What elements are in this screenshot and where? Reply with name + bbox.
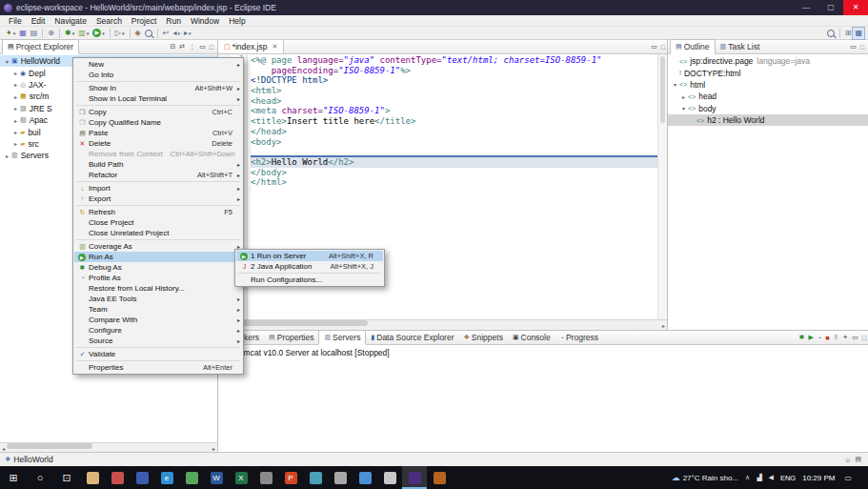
submenu-item-2-java-application[interactable]: J2 Java ApplicationAlt+Shift+X, J: [236, 261, 383, 272]
tab-console[interactable]: ▣Console: [508, 331, 555, 344]
tab-snippets[interactable]: ❖Snippets: [459, 331, 508, 344]
tree-item-body[interactable]: ▾<>body: [668, 103, 868, 114]
feedback-smiley-icon[interactable]: ☺: [844, 457, 851, 463]
tab-index-jsp[interactable]: ▢ *index.jsp ✕: [218, 40, 284, 53]
quick-access-search-button[interactable]: [825, 28, 837, 39]
code-line[interactable]: </html>: [251, 177, 657, 188]
action-center-icon[interactable]: ▭: [841, 474, 855, 482]
context-menu-item-coverage-as[interactable]: ▥Coverage As▸: [74, 241, 242, 252]
code-line[interactable]: <body>: [251, 137, 657, 148]
context-menu-item-copy-qualified-name[interactable]: ❐Copy Qualified Name: [74, 117, 242, 128]
menu-edit[interactable]: Edit: [27, 16, 50, 26]
expander-icon[interactable]: ▸: [11, 93, 20, 100]
weather-widget[interactable]: ☁ 27°C Rain sho...: [672, 473, 738, 482]
tree-item-html[interactable]: ▾<>html: [668, 79, 868, 91]
context-menu-item-source[interactable]: Source▸: [74, 336, 242, 346]
code-line[interactable]: <meta charset="ISO-8859-1">: [251, 106, 657, 116]
new-servlet-button[interactable]: ◈: [133, 28, 143, 39]
search-button[interactable]: ○: [27, 466, 53, 489]
notifications-icon[interactable]: ▤: [855, 456, 861, 463]
scroll-left-arrow-icon[interactable]: ◂: [2, 445, 5, 452]
network-icon[interactable]: ▟: [757, 474, 761, 481]
expander-icon[interactable]: ▾: [671, 81, 679, 88]
java-ee-perspective-button[interactable]: ▦: [853, 28, 864, 39]
open-perspective-button[interactable]: ⊞: [843, 28, 854, 39]
editor-hscrollbar[interactable]: ◂ ▸: [218, 319, 667, 330]
expander-icon[interactable]: ▸: [11, 117, 20, 124]
code-line[interactable]: </body>: [251, 168, 657, 178]
tab-servers[interactable]: ▥Servers: [318, 330, 366, 345]
context-menu-item-show-in-local-terminal[interactable]: Show in Local Terminal▸: [74, 93, 242, 104]
tab-task-list[interactable]: ▥Task List: [716, 40, 765, 53]
taskbar-app-edge[interactable]: e: [154, 466, 179, 489]
taskbar-app-eclipse[interactable]: [402, 466, 427, 489]
context-menu-item-go-into[interactable]: Go Into: [74, 70, 242, 80]
build-all-button[interactable]: ⊕: [46, 28, 56, 39]
minimize-editor-icon[interactable]: ▭: [651, 43, 657, 51]
context-menu-item-paste[interactable]: ▤PasteCtrl+V: [74, 128, 242, 138]
expander-icon[interactable]: ▸: [11, 129, 20, 135]
context-menu-item-properties[interactable]: PropertiesAlt+Enter: [74, 362, 242, 373]
minimize-view-icon[interactable]: ▭: [852, 334, 858, 341]
scroll-right-arrow-icon[interactable]: ▸: [212, 445, 215, 452]
expander-icon[interactable]: ▸: [11, 70, 20, 76]
tree-item-h2-hello-world[interactable]: <>h2 : Hello World: [668, 114, 868, 126]
clock[interactable]: 10:29 PM: [802, 474, 835, 482]
code-line[interactable]: <title>Insert title here</title>: [251, 116, 657, 127]
save-button[interactable]: ▦: [17, 28, 29, 39]
menu-window[interactable]: Window: [186, 16, 224, 26]
context-menu-item-show-in[interactable]: Show InAlt+Shift+W▸: [74, 83, 242, 93]
tab-data-source-explorer[interactable]: ▮Data Source Explorer: [366, 331, 458, 344]
close-tab-icon[interactable]: ✕: [272, 43, 277, 51]
taskbar-app-app-green[interactable]: [179, 466, 204, 489]
view-menu-icon[interactable]: ⋮: [189, 43, 195, 51]
maximize-editor-icon[interactable]: □: [661, 44, 665, 51]
context-menu-item-validate[interactable]: ✓Validate: [74, 349, 242, 359]
taskbar-app-app-red[interactable]: [105, 466, 130, 489]
code-line[interactable]: <html>: [251, 86, 657, 96]
link-with-editor-icon[interactable]: ⇄: [179, 43, 185, 51]
coverage-button[interactable]: ▥▾: [76, 28, 91, 39]
context-menu-item-refresh[interactable]: ↻RefreshF5: [74, 207, 242, 217]
tree-item-head[interactable]: ▸<>head: [668, 91, 868, 102]
taskbar-app-app-light[interactable]: [377, 466, 402, 489]
print-button[interactable]: ▤: [29, 28, 40, 39]
code-line[interactable]: <head>: [251, 96, 657, 107]
maximize-view-icon[interactable]: □: [860, 44, 864, 51]
task-view-button[interactable]: ⊡: [53, 466, 80, 489]
taskbar-app-app-teal[interactable]: [303, 466, 328, 489]
code-line[interactable]: <!DOCTYPE html>: [251, 75, 657, 86]
minimize-window-button[interactable]: —: [794, 0, 818, 15]
last-edit-location-button[interactable]: ↩: [161, 28, 172, 39]
minimize-view-icon[interactable]: ▭: [850, 43, 857, 51]
taskbar-app-word[interactable]: W: [204, 466, 229, 489]
run-button[interactable]: ▶▾: [91, 28, 107, 39]
back-button[interactable]: ◂▾: [171, 28, 182, 39]
taskbar-app-app-gray[interactable]: [253, 466, 278, 489]
scrollbar-thumb[interactable]: [660, 56, 665, 123]
debug-server-icon[interactable]: ✱: [799, 334, 805, 341]
taskbar-app-file-explorer[interactable]: [80, 466, 105, 489]
context-menu-item-restore-from-local-history[interactable]: Restore from Local History...: [74, 283, 242, 294]
context-menu-item-team[interactable]: Team▸: [74, 304, 242, 315]
taskbar-app-app-navy[interactable]: [130, 466, 154, 489]
tab-progress[interactable]: ◔Progress: [555, 331, 603, 344]
editor-vscrollbar[interactable]: [657, 54, 667, 319]
taskbar-app-app-blue[interactable]: [353, 466, 377, 489]
context-menu-item-export[interactable]: ↑Export▸: [74, 194, 242, 204]
expander-icon[interactable]: ▸: [3, 153, 11, 159]
profile-server-icon[interactable]: ◔: [818, 335, 821, 341]
server-row-tomcat[interactable]: ▥ Tomcat v10.0 Server at localhost [Stop…: [218, 345, 868, 357]
menu-search[interactable]: Search: [91, 16, 127, 26]
context-menu-item-remove-from-context[interactable]: Remove from ContextCtrl+Alt+Shift+Down: [74, 149, 242, 159]
context-menu-item-debug-as[interactable]: ✱Debug As▸: [74, 262, 242, 273]
code-line[interactable]: <%@ page language="java" contentType="te…: [251, 55, 657, 66]
expander-icon[interactable]: ▸: [11, 81, 20, 88]
context-menu-item-new[interactable]: New▸: [74, 59, 242, 70]
expander-icon[interactable]: ▸: [11, 105, 20, 112]
expander-icon[interactable]: ▾: [679, 105, 688, 112]
context-menu-item-run-as[interactable]: ▶Run As▸: [74, 252, 242, 262]
taskbar-app-powerpoint[interactable]: P: [278, 466, 303, 489]
submenu-item-1-run-on-server[interactable]: ▶1 Run on ServerAlt+Shift+X, R: [236, 251, 383, 261]
maximize-window-button[interactable]: ▢: [818, 0, 843, 15]
